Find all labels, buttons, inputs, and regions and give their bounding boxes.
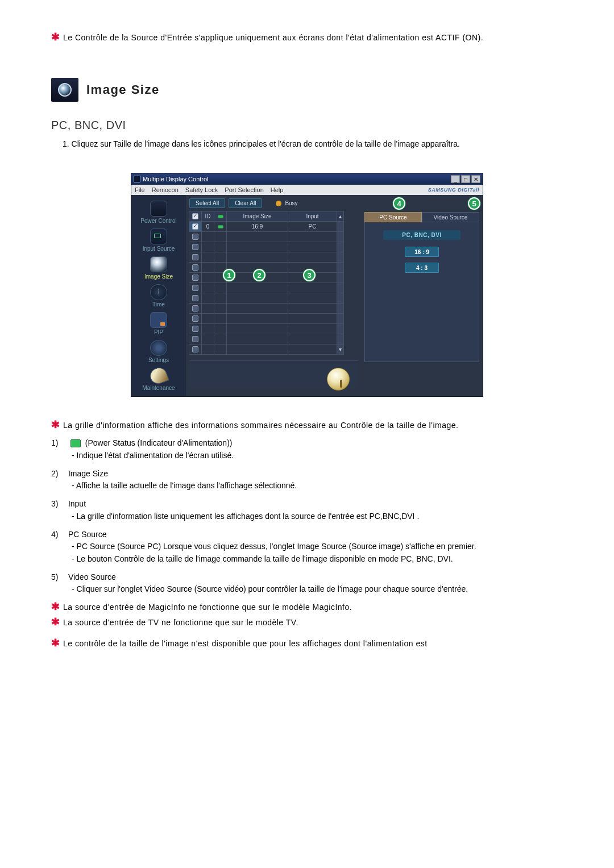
power-header-icon [218, 215, 223, 218]
scrollbar-track[interactable] [337, 313, 344, 324]
window-close-button[interactable]: ✕ [471, 175, 480, 183]
col-id: ID [201, 211, 214, 222]
star-icon: ✱ [51, 638, 60, 648]
row-check[interactable] [189, 283, 202, 293]
menu-remocon[interactable]: Remocon [152, 186, 179, 193]
busy-label: Busy [285, 200, 297, 206]
sidebar-item-power-control[interactable]: Power Control [133, 198, 184, 225]
main-panel: Select All Clear All Busy ID Image Size … [186, 195, 361, 396]
clear-all-button[interactable]: Clear All [229, 198, 262, 208]
desc-line: - Affiche la taille actuelle de l'image … [72, 480, 563, 492]
row-check[interactable] [189, 242, 202, 252]
row-check[interactable] [189, 344, 202, 355]
size-option-16-9[interactable]: 16 : 9 [405, 247, 439, 257]
empty [201, 231, 214, 242]
scrollbar-track[interactable] [337, 262, 344, 273]
sidebar-item-time[interactable]: Time [133, 282, 184, 309]
tab-video-source[interactable]: Video Source [422, 212, 479, 222]
scrollbar-track[interactable] [337, 283, 344, 293]
desc-title: (Power Status (Indicateur d'Alimentation… [85, 438, 233, 447]
sidebar-item-input-source[interactable]: Input Source [133, 226, 184, 253]
row-check[interactable] [189, 323, 202, 334]
select-all-button[interactable]: Select All [189, 198, 225, 208]
step-1: 1. Cliquez sur Taille de l'image dans le… [63, 138, 563, 150]
desc-item-4: 4) PC Source - PC Source (Source PC) Lor… [51, 529, 563, 566]
display-grid: ID Image Size Input ▴ 0 16:9 PC [189, 211, 358, 355]
col-input: Input [288, 211, 337, 222]
empty [201, 272, 214, 283]
scrollbar-track[interactable] [337, 293, 344, 304]
sidebar-label: Settings [133, 357, 184, 363]
sidebar-label: Maintenance [133, 385, 184, 391]
clock-icon [150, 284, 167, 300]
image-size-icon [150, 256, 167, 272]
sidebar-item-image-size[interactable]: Image Size [133, 254, 184, 281]
empty [214, 242, 227, 252]
busy-indicator-icon [276, 201, 281, 206]
empty [226, 313, 288, 324]
row-check[interactable] [189, 293, 202, 304]
window-minimize-button[interactable]: _ [451, 175, 460, 183]
row-check[interactable] [189, 252, 202, 263]
menu-safety-lock[interactable]: Safety Lock [185, 186, 218, 193]
scrollbar-track[interactable] [337, 323, 344, 334]
row-check[interactable] [189, 231, 202, 242]
desc-line: - Le bouton Contrôle de la taille de l'i… [72, 553, 563, 566]
sidebar-item-pip[interactable]: PIP [133, 310, 184, 337]
menu-help[interactable]: Help [271, 186, 284, 193]
input-source-icon [150, 229, 167, 244]
desc-item-3: 3) Input - La grille d'information liste… [51, 498, 563, 522]
empty [201, 293, 214, 304]
callout-5: 5 [468, 197, 480, 210]
empty [226, 252, 288, 263]
row-check[interactable] [189, 334, 202, 344]
scrollbar-track[interactable] [337, 242, 344, 252]
checkbox-icon [192, 254, 198, 260]
scroll-up[interactable]: ▴ [337, 211, 344, 222]
row-check[interactable] [189, 221, 202, 232]
scrollbar-track[interactable] [337, 272, 344, 283]
gear-icon [150, 340, 167, 356]
desc-title: Input [68, 499, 86, 508]
star-icon: ✱ [51, 32, 60, 42]
col-check [189, 211, 202, 222]
empty [201, 283, 214, 293]
empty [201, 323, 214, 334]
row-check[interactable] [189, 313, 202, 324]
status-bar [189, 360, 358, 388]
sidebar: Power Control Input Source Image Size Ti… [131, 195, 186, 396]
warning-icon [327, 368, 350, 391]
tab-pc-source[interactable]: PC Source [364, 212, 422, 222]
row-check[interactable] [189, 272, 202, 283]
empty [226, 242, 288, 252]
right-panel: 4 5 PC Source Video Source PC, BNC, DVI … [361, 195, 483, 396]
size-option-4-3[interactable]: 4 : 3 [405, 263, 439, 273]
scroll-down[interactable]: ▾ [337, 344, 344, 355]
check-all[interactable] [192, 213, 198, 219]
scrollbar-track[interactable] [337, 221, 344, 232]
menu-file[interactable]: File [135, 186, 145, 193]
desc-num: 2) [51, 468, 66, 480]
desc-title: Image Size [68, 469, 108, 478]
scrollbar-track[interactable] [337, 252, 344, 263]
checkbox-icon [192, 305, 198, 312]
scrollbar-track[interactable] [337, 231, 344, 242]
row-check[interactable] [189, 262, 202, 273]
window-maximize-button[interactable]: □ [461, 175, 470, 183]
sidebar-item-maintenance[interactable]: Maintenance [133, 366, 184, 392]
menu-port-selection[interactable]: Port Selection [225, 186, 263, 193]
scrollbar-track[interactable] [337, 334, 344, 344]
desc-line: - Indique l'état d'alimentation de l'écr… [72, 450, 563, 462]
col-power [214, 211, 227, 222]
bottom-note: Le contrôle de la taille de l'image n'es… [63, 638, 428, 650]
brush-icon [148, 366, 169, 387]
pip-icon [150, 312, 167, 328]
empty [226, 231, 288, 242]
row-check[interactable] [189, 303, 202, 314]
empty [214, 313, 227, 324]
grid-note: La grille d'information affiche des info… [63, 420, 458, 431]
sidebar-item-settings[interactable]: Settings [133, 338, 184, 364]
checkbox-icon [192, 275, 198, 281]
scrollbar-track[interactable] [337, 303, 344, 314]
checkbox-icon [192, 244, 198, 250]
